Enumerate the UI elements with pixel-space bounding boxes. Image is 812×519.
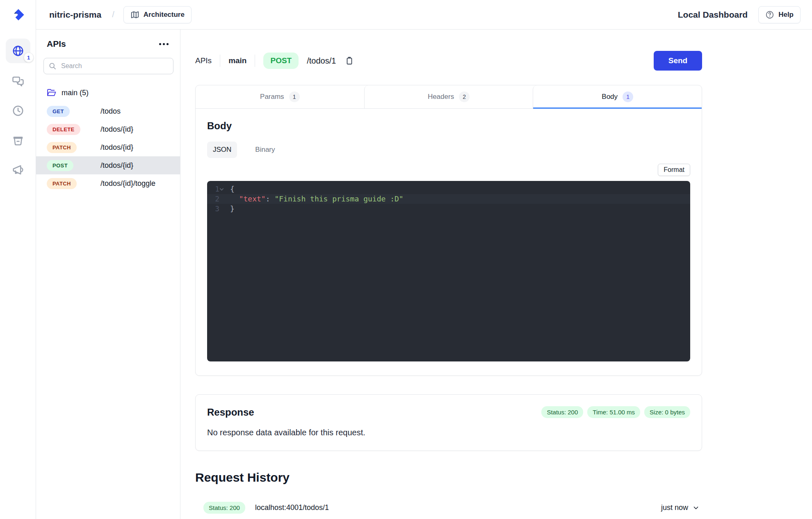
request-breadcrumb: APIs main POST /todos/1 — [195, 53, 354, 69]
nitric-logo-icon — [9, 6, 27, 24]
tab-params-count: 1 — [289, 91, 300, 102]
breadcrumb-api-main[interactable]: main — [228, 56, 246, 65]
main-content: APIs main POST /todos/1 — [180, 30, 812, 519]
editor-line-active: 2 "text": "Finish this prisma guide :D" — [207, 194, 690, 204]
bucket-icon — [12, 134, 24, 146]
breadcrumb-separator: / — [112, 10, 114, 19]
response-empty-message: No response data available for this requ… — [207, 428, 690, 437]
map-icon — [130, 10, 139, 19]
sidebar-title: APIs — [47, 39, 66, 49]
folder-open-icon — [47, 88, 57, 98]
mode-json[interactable]: JSON — [207, 142, 237, 158]
history-row[interactable]: Status: 200 localhost:4001/todos/1 just … — [195, 496, 702, 519]
response-status-badge: Status: 200 — [541, 406, 583, 418]
request-path: /todos/1 — [307, 56, 336, 66]
response-size-badge: Size: 0 bytes — [644, 406, 690, 418]
search-input[interactable] — [43, 58, 173, 74]
chat-bubbles-icon — [12, 75, 24, 87]
megaphone-icon — [12, 164, 24, 176]
send-button[interactable]: Send — [654, 51, 702, 71]
request-bar: APIs main POST /todos/1 — [195, 51, 702, 71]
tab-headers-count: 2 — [459, 91, 470, 102]
copy-path-button[interactable] — [345, 56, 354, 65]
project-name: nitric-prisma — [49, 10, 101, 20]
search-icon — [48, 62, 57, 70]
route-path: /todos/{id} — [100, 143, 133, 152]
tab-body[interactable]: Body 1 — [533, 85, 702, 108]
method-badge: GET — [47, 106, 70, 117]
rail-item-apis[interactable]: 1 — [6, 39, 30, 63]
app-root: 1 — [0, 0, 812, 519]
method-badge: PATCH — [47, 178, 77, 189]
breadcrumb-apis[interactable]: APIs — [195, 56, 212, 65]
route-patch-todo-toggle[interactable]: PATCH /todos/{id}/toggle — [36, 174, 180, 192]
request-history-heading: Request History — [195, 471, 702, 485]
route-path: /todos/{id} — [100, 125, 133, 134]
body-mode-toggle: JSON Binary — [207, 142, 690, 158]
request-card: Params 1 Headers 2 Body 1 — [195, 85, 702, 376]
globe-icon — [12, 45, 24, 57]
body-pane: Body JSON Binary Format 1 — [196, 109, 702, 375]
rail-item-topics[interactable] — [7, 158, 30, 181]
mode-binary[interactable]: Binary — [249, 142, 281, 158]
sidebar-menu-button[interactable] — [158, 41, 169, 48]
local-dashboard-label: Local Dashboard — [678, 10, 748, 20]
route-get-todos[interactable]: GET /todos — [36, 102, 180, 120]
request-method-badge: POST — [263, 53, 299, 69]
body-heading: Body — [207, 120, 690, 132]
editor-line: 1 { — [207, 184, 690, 194]
apis-sidebar: APIs main (5) GET — [36, 30, 180, 519]
help-button[interactable]: Help — [758, 6, 801, 23]
method-badge: PATCH — [47, 142, 77, 153]
route-list: GET /todos DELETE /todos/{id} PATCH /tod… — [36, 102, 180, 192]
response-time-badge: Time: 51.00 ms — [587, 406, 640, 418]
route-patch-todo[interactable]: PATCH /todos/{id} — [36, 138, 180, 156]
clipboard-icon — [345, 56, 354, 65]
rail-item-websockets[interactable] — [7, 70, 30, 93]
route-path: /todos/{id} — [100, 161, 133, 170]
route-path: /todos — [100, 107, 121, 116]
format-button[interactable]: Format — [658, 164, 690, 176]
clock-icon — [12, 105, 24, 117]
method-badge: DELETE — [47, 124, 80, 135]
history-time-dropdown[interactable]: just now — [661, 503, 700, 512]
divider — [220, 55, 220, 67]
history-url: localhost:4001/todos/1 — [255, 503, 329, 512]
editor-line: 3 } — [207, 204, 690, 214]
response-card: Response Status: 200 Time: 51.00 ms Size… — [195, 394, 702, 451]
divider — [255, 55, 255, 67]
rail-item-storage[interactable] — [7, 129, 30, 152]
tab-params[interactable]: Params 1 — [196, 85, 364, 108]
rail-item-schedules[interactable] — [7, 99, 30, 122]
api-folder-label: main (5) — [62, 89, 89, 97]
fold-chevron-icon[interactable] — [219, 187, 230, 192]
chevron-down-icon — [692, 504, 700, 512]
route-delete-todo[interactable]: DELETE /todos/{id} — [36, 120, 180, 138]
architecture-label: Architecture — [144, 11, 185, 19]
tab-headers[interactable]: Headers 2 — [364, 85, 533, 108]
api-folder-main[interactable]: main (5) — [36, 87, 180, 99]
help-icon — [765, 10, 774, 19]
top-bar: nitric-prisma / Architecture Local Dashb… — [36, 0, 812, 30]
history-status-badge: Status: 200 — [203, 502, 245, 514]
json-body-editor[interactable]: 1 { 2 "text": "Finish this prism — [207, 181, 690, 361]
tab-body-count: 1 — [623, 91, 633, 102]
icon-rail: 1 — [0, 0, 36, 519]
help-label: Help — [778, 11, 794, 19]
response-heading: Response — [207, 407, 254, 418]
architecture-button[interactable]: Architecture — [123, 6, 192, 23]
method-badge: POST — [47, 160, 73, 171]
request-tabs: Params 1 Headers 2 Body 1 — [196, 85, 702, 109]
route-post-todo[interactable]: POST /todos/{id} — [36, 156, 180, 174]
apis-count-badge: 1 — [24, 53, 34, 62]
route-path: /todos/{id}/toggle — [100, 179, 155, 188]
nitric-logo[interactable] — [0, 0, 36, 30]
